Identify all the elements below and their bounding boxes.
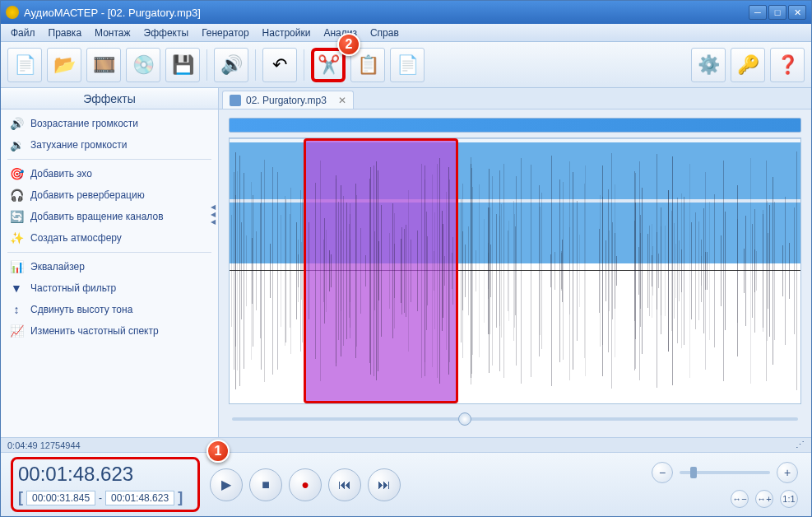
reverb-icon: 🎧 [9,188,24,203]
volume-up-icon: 🔊 [9,116,24,131]
toolbar-separator [304,49,304,81]
spectrum-icon: 📈 [9,324,24,338]
range-dash: - [99,492,102,504]
zoom-h-out-button[interactable]: ↔− [731,490,749,508]
transport-controls: ▶ ■ ● ⏮ ⏭ [210,468,401,501]
effects-list: 🔊Возрастание громкости 🔉Затухание громко… [1,109,218,437]
status-grip-icon: ⋰ [796,440,805,450]
close-button[interactable]: ✕ [788,5,806,20]
selection-start-input[interactable]: 00:00:31.845 [26,491,95,505]
forward-button[interactable]: ⏭ [368,468,401,501]
effect-reverb[interactable]: 🎧Добавить реверберацию [1,184,218,206]
volume-down-icon: 🔉 [9,137,24,152]
toolbar-separator [255,49,256,81]
zoom-in-button[interactable]: + [777,462,798,483]
effect-rotation[interactable]: 🔄Добавить вращение каналов [1,206,218,227]
menubar: Файл Правка Монтаж Эффекты Генератор Нас… [1,24,811,42]
annotation-1: 1 [206,440,230,463]
maximize-button[interactable]: □ [768,5,786,20]
sidebar: Эффекты 🔊Возрастание громкости 🔉Затухани… [1,88,219,437]
audio-file-icon [230,95,241,106]
effect-label: Возрастание громкости [30,118,138,129]
zoom-out-button[interactable]: − [652,462,673,483]
effect-echo[interactable]: 🎯Добавить эхо [1,163,218,184]
toolbar: 📄 📂 🎞️ 💿 💾 🔊 ↶ ✂️ 2 📋 📄 ⚙️ 🔑 ❓ [1,42,811,88]
menu-effects[interactable]: Эффекты [137,26,196,40]
slider-thumb[interactable] [458,412,471,426]
titlebar: АудиоМАСТЕР - [02. Purgatory.mp3] ─ □ ✕ [1,1,811,24]
rewind-button[interactable]: ⏮ [328,468,361,501]
import-video-button[interactable]: 🎞️ [86,48,121,82]
selection-end-input[interactable]: 00:01:48.623 [105,491,174,505]
minimize-button[interactable]: ─ [749,5,767,20]
menu-generator[interactable]: Генератор [195,26,255,40]
effect-label: Частотный фильтр [30,282,116,294]
paste-button[interactable]: 📄 [390,48,425,82]
record-button[interactable]: ● [289,468,322,501]
effect-volume-down[interactable]: 🔉Затухание громкости [1,134,218,156]
sidebar-title: Эффекты [1,88,218,109]
effect-separator [7,252,211,253]
current-time-display: 00:01:48.623 [18,463,193,486]
time-slider[interactable] [229,409,801,429]
menu-file[interactable]: Файл [4,26,42,40]
menu-help[interactable]: Справ [364,26,406,40]
file-tab[interactable]: 02. Purgatory.mp3 ✕ [222,91,354,109]
play-button[interactable]: ▶ [210,468,243,501]
effect-separator [7,159,211,160]
effect-pitch[interactable]: ↕Сдвинуть высоту тона [1,299,218,320]
annotation-2: 2 [337,33,360,56]
status-text: 0:04:49 12754944 [7,440,81,450]
zoom-thumb[interactable] [690,467,697,478]
open-file-button[interactable]: 📂 [47,48,81,82]
license-button[interactable]: 🔑 [731,48,765,82]
effect-atmosphere[interactable]: ✨Создать атмосферу [1,227,218,249]
stop-button[interactable]: ■ [249,468,282,501]
waveform-minimap[interactable] [229,118,801,133]
status-bar: 0:04:49 12754944 ⋰ [1,437,811,452]
effect-label: Создать атмосферу [30,232,122,244]
transport-panel: 1 00:01:48.623 [ 00:00:31.845 - 00:01:48… [1,452,811,516]
zoom-slider[interactable] [680,471,770,474]
time-panel: 00:01:48.623 [ 00:00:31.845 - 00:01:48.6… [11,457,200,512]
collapse-handle[interactable]: ◀◀◀ [211,203,219,226]
tab-bar: 02. Purgatory.mp3 ✕ [219,88,811,109]
effect-label: Добавить вращение каналов [30,211,164,222]
effect-spectrum[interactable]: 📈Изменить частотный спектр [1,320,218,342]
help-button[interactable]: ❓ [770,48,805,82]
window-title: АудиоМАСТЕР - [02. Purgatory.mp3] [24,7,747,19]
save-button[interactable]: 💾 [165,48,200,82]
new-file-button[interactable]: 📄 [7,48,42,82]
zoom-h-in-button[interactable]: ↔+ [755,490,773,508]
menu-settings[interactable]: Настройки [256,26,318,40]
equalizer-icon: 📊 [9,259,24,274]
settings-button[interactable]: ⚙️ [691,48,726,82]
effect-freq-filter[interactable]: ▼Частотный фильтр [1,277,218,299]
bracket-left: [ [18,489,23,506]
undo-button[interactable]: ↶ [262,48,297,82]
effect-label: Эквалайзер [30,261,85,272]
menu-montage[interactable]: Монтаж [88,26,137,40]
filter-icon: ▼ [9,281,24,296]
import-cd-button[interactable]: 💿 [126,48,160,82]
zoom-fit-button[interactable]: 1:1 [780,490,798,508]
tab-close-button[interactable]: ✕ [338,95,346,106]
tab-label: 02. Purgatory.mp3 [246,95,327,106]
atmosphere-icon: ✨ [9,231,24,245]
zoom-controls: − + ↔− ↔+ 1:1 [411,462,801,508]
effect-equalizer[interactable]: 📊Эквалайзер [1,256,218,277]
effect-label: Добавить реверберацию [30,189,145,201]
effect-label: Сдвинуть высоту тона [30,304,132,315]
rotation-icon: 🔄 [9,209,24,224]
effect-label: Изменить частотный спектр [30,325,159,337]
effect-volume-up[interactable]: 🔊Возрастание громкости [1,113,218,134]
pitch-icon: ↕ [9,302,24,317]
toolbar-separator [206,49,207,81]
waveform-display[interactable] [229,137,801,404]
app-icon [6,6,19,19]
bracket-right: ] [178,489,183,506]
effect-label: Затухание громкости [30,139,127,151]
menu-edit[interactable]: Правка [42,26,89,40]
audio-settings-button[interactable]: 🔊 [214,48,248,82]
cut-button[interactable]: ✂️ 2 [311,48,346,82]
